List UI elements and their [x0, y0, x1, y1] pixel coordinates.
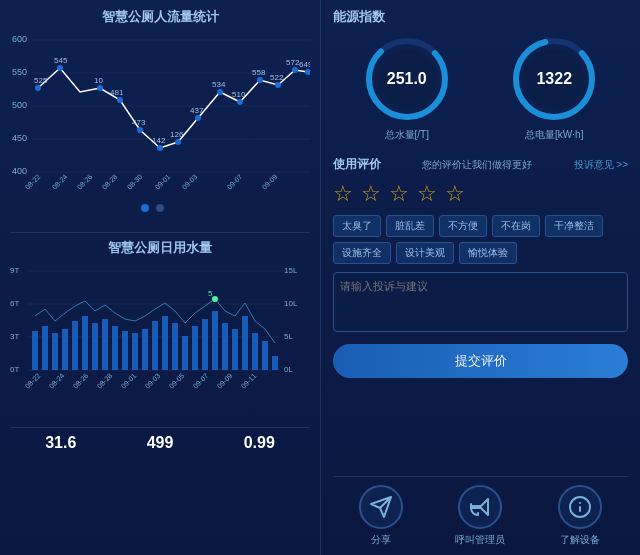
- svg-text:10: 10: [94, 76, 103, 85]
- share-label: 分享: [371, 533, 391, 547]
- water-gauge: 251.0: [362, 34, 452, 124]
- nav-call[interactable]: 呼叫管理员: [455, 485, 505, 547]
- svg-text:09-11: 09-11: [240, 372, 258, 390]
- divider: [10, 232, 310, 233]
- energy-title: 能源指数: [333, 8, 628, 26]
- star-3[interactable]: ☆: [389, 181, 409, 207]
- svg-point-32: [275, 82, 281, 88]
- megaphone-icon[interactable]: [458, 485, 502, 529]
- svg-point-26: [217, 89, 223, 95]
- svg-rect-64: [62, 329, 68, 370]
- svg-text:545: 545: [54, 56, 68, 65]
- svg-point-34: [292, 67, 298, 73]
- electricity-gauge-wrapper: 1322 总电量[kW·h]: [509, 34, 599, 142]
- svg-text:558: 558: [252, 68, 266, 77]
- evaluation-section: 使用评价 您的评价让我们做得更好 投诉意见 >> ☆ ☆ ☆ ☆ ☆ 太臭了 脏…: [333, 156, 628, 476]
- svg-text:572: 572: [286, 58, 300, 67]
- svg-rect-66: [82, 316, 88, 370]
- svg-rect-79: [212, 311, 218, 370]
- tag-2[interactable]: 脏乱差: [386, 215, 434, 237]
- svg-rect-74: [162, 316, 168, 370]
- energy-section: 能源指数 251.0 总水量[/T]: [333, 8, 628, 146]
- svg-point-10: [35, 85, 41, 91]
- svg-text:649: 649: [299, 60, 310, 69]
- svg-text:600: 600: [12, 34, 27, 44]
- tag-5[interactable]: 干净整洁: [545, 215, 603, 237]
- stat-item-1: 31.6: [45, 434, 76, 452]
- star-1[interactable]: ☆: [333, 181, 353, 207]
- svg-point-16: [117, 97, 123, 103]
- line-chart-container: 600 550 500 450 400 525 545 10 481 473: [10, 30, 310, 220]
- tag-3[interactable]: 不方便: [439, 215, 487, 237]
- line-chart-svg: 600 550 500 450 400 525 545 10 481 473: [10, 30, 310, 215]
- svg-rect-82: [242, 316, 248, 370]
- svg-point-30: [257, 77, 263, 83]
- svg-rect-69: [112, 326, 118, 370]
- svg-text:08-24: 08-24: [51, 173, 69, 191]
- svg-text:08-30: 08-30: [126, 173, 144, 191]
- svg-text:09-05: 09-05: [168, 372, 186, 390]
- nav-info[interactable]: 了解设备: [558, 485, 602, 547]
- svg-text:522: 522: [270, 73, 284, 82]
- svg-text:09-01: 09-01: [154, 173, 172, 191]
- electricity-label: 总电量[kW·h]: [525, 128, 583, 142]
- svg-point-14: [97, 85, 103, 91]
- complaint-link[interactable]: 投诉意见 >>: [574, 158, 628, 172]
- svg-text:08-24: 08-24: [48, 372, 66, 390]
- svg-rect-62: [42, 326, 48, 370]
- share-icon[interactable]: [359, 485, 403, 529]
- svg-rect-73: [152, 321, 158, 370]
- svg-text:9T: 9T: [10, 266, 19, 275]
- svg-text:481: 481: [110, 88, 124, 97]
- bar-chart-svg: 9T 6T 3T 0T 15L 10L 5L 0L: [10, 261, 310, 416]
- svg-text:500: 500: [12, 100, 27, 110]
- stat-value-1: 31.6: [45, 434, 76, 452]
- line-chart-title: 智慧公厕人流量统计: [10, 8, 310, 26]
- svg-text:09-07: 09-07: [192, 372, 210, 390]
- svg-point-18: [137, 127, 143, 133]
- svg-text:09-09: 09-09: [261, 173, 279, 191]
- submit-button[interactable]: 提交评价: [333, 344, 628, 378]
- tag-6[interactable]: 设施齐全: [333, 242, 391, 264]
- stat-value-2: 499: [147, 434, 174, 452]
- info-svg: [568, 495, 592, 519]
- tag-8[interactable]: 愉悦体验: [459, 242, 517, 264]
- info-label: 了解设备: [560, 533, 600, 547]
- svg-text:126: 126: [170, 130, 184, 139]
- svg-rect-76: [182, 336, 188, 370]
- star-5[interactable]: ☆: [445, 181, 465, 207]
- evaluation-header: 使用评价 您的评价让我们做得更好 投诉意见 >>: [333, 156, 628, 173]
- svg-text:0L: 0L: [284, 365, 293, 374]
- svg-text:6T: 6T: [10, 299, 19, 308]
- svg-point-47: [141, 204, 149, 212]
- star-4[interactable]: ☆: [417, 181, 437, 207]
- water-gauge-wrapper: 251.0 总水量[/T]: [362, 34, 452, 142]
- svg-rect-75: [172, 323, 178, 370]
- svg-rect-70: [122, 331, 128, 370]
- nav-share[interactable]: 分享: [359, 485, 403, 547]
- svg-text:525: 525: [34, 76, 48, 85]
- info-icon[interactable]: [558, 485, 602, 529]
- star-2[interactable]: ☆: [361, 181, 381, 207]
- svg-text:534: 534: [212, 80, 226, 89]
- eval-title: 使用评价: [333, 156, 381, 173]
- tag-7[interactable]: 设计美观: [396, 242, 454, 264]
- svg-rect-80: [222, 323, 228, 370]
- right-panel: 能源指数 251.0 总水量[/T]: [320, 0, 640, 555]
- svg-rect-72: [142, 329, 148, 370]
- svg-text:09-09: 09-09: [216, 372, 234, 390]
- svg-text:142: 142: [152, 136, 166, 145]
- left-panel: 智慧公厕人流量统计 600 550 500 450 400 525 545 10: [0, 0, 320, 555]
- svg-text:3T: 3T: [10, 332, 19, 341]
- svg-text:10L: 10L: [284, 299, 298, 308]
- svg-text:15L: 15L: [284, 266, 298, 275]
- svg-rect-85: [272, 356, 278, 370]
- svg-rect-84: [262, 341, 268, 370]
- svg-rect-71: [132, 333, 138, 370]
- tag-4[interactable]: 不在岗: [492, 215, 540, 237]
- tag-1[interactable]: 太臭了: [333, 215, 381, 237]
- feedback-textarea[interactable]: [333, 272, 628, 332]
- stars-row[interactable]: ☆ ☆ ☆ ☆ ☆: [333, 181, 628, 207]
- svg-rect-61: [32, 331, 38, 370]
- svg-rect-63: [52, 333, 58, 370]
